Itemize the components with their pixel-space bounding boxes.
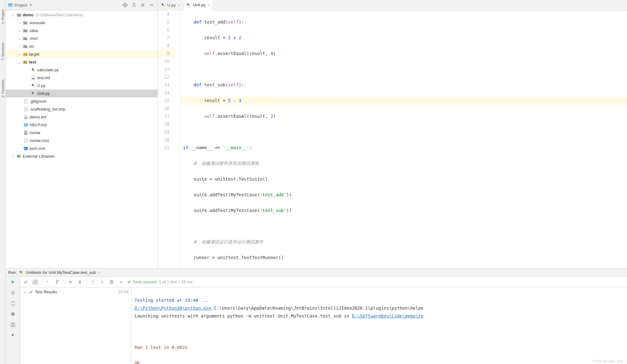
file-icon [23, 131, 28, 135]
tree-item-test[interactable]: ⌄test [6, 58, 158, 66]
run-configuration-tab[interactable]: Unittests for Unit.MyTestCase.test_sub × [19, 270, 100, 275]
svg-point-3 [125, 5, 126, 6]
rail-favorites[interactable]: 2: Favorites [1, 79, 5, 97]
tree-item-helpmd[interactable]: MHELP.md [6, 121, 158, 129]
tab-unitpy[interactable]: Unit.py × [183, 0, 213, 10]
tree-item-testiml[interactable]: test.iml [6, 74, 158, 82]
gutter-fold[interactable] [175, 10, 180, 268]
project-tree[interactable]: ⌄ demo D:\SoftwareDev\Code\demo ›.evosui… [6, 10, 158, 268]
hide-icon[interactable] [148, 2, 155, 8]
gutter[interactable]: 4▶ 5 6 7 8▶ 9 10 11 12▶ 13 14 15 16 17 1… [158, 10, 175, 268]
test-history-icon[interactable] [108, 279, 115, 285]
tab-upy[interactable]: U.py × [158, 0, 183, 10]
next-failed-icon[interactable] [99, 279, 105, 285]
tree-label: target [29, 52, 39, 57]
pin-icon[interactable] [9, 332, 16, 339]
folder-icon [23, 36, 28, 41]
check-icon [127, 280, 131, 284]
chevron-down-icon: ▼ [29, 3, 32, 7]
test-results-root[interactable]: ⌄ Test Results 15 ms [20, 287, 131, 296]
tree-item-src[interactable]: ›src [6, 42, 158, 50]
svg-point-11 [25, 62, 26, 63]
show-passed-icon[interactable] [23, 279, 29, 285]
svg-text:m: m [24, 148, 26, 150]
rail-structure[interactable]: 7: Structure [1, 43, 5, 61]
test-results-time: 15 ms [118, 290, 129, 294]
show-ignored-icon[interactable] [32, 279, 38, 285]
tree-label: .evosuite [29, 20, 45, 25]
rerun-icon[interactable] [9, 279, 16, 285]
svg-rect-9 [150, 5, 153, 5]
svg-line-46 [34, 281, 36, 283]
close-icon[interactable]: × [98, 270, 100, 275]
svg-rect-22 [24, 115, 27, 119]
locate-icon[interactable] [122, 2, 129, 8]
code-area[interactable]: def test_add(self): result = 2 + 2 self.… [180, 10, 627, 268]
tree-label: Unit.py [37, 91, 50, 96]
check-icon [29, 290, 33, 294]
prev-failed-icon[interactable] [90, 279, 96, 285]
file-icon [23, 99, 28, 104]
run-output-split: ⌄ Test Results 15 ms Testing started at … [20, 287, 627, 364]
console-link[interactable]: D:\Python\Python38\python.exe [135, 306, 211, 311]
console-output[interactable]: Testing started at 19:48 ... D:\Python\P… [131, 287, 627, 364]
svg-rect-43 [11, 323, 13, 327]
run-label: Run: [8, 270, 17, 275]
folder-icon [16, 13, 21, 17]
editor-tabs: U.py × Unit.py × [158, 0, 627, 10]
tree-root-demo[interactable]: ⌄ demo D:\SoftwareDev\Code\demo [6, 11, 158, 19]
run-body: ↓z » Tests passed: 1 of 1 test – 15 ms [6, 277, 627, 364]
tree-item-upy[interactable]: U.py [6, 82, 158, 90]
tree-label: test [29, 60, 36, 64]
editor-body[interactable]: 4▶ 5 6 7 8▶ 9 10 11 12▶ 13 14 15 16 17 1… [158, 10, 627, 268]
sort-alpha-icon[interactable]: ↓z [45, 279, 51, 285]
close-icon[interactable]: × [208, 3, 210, 7]
expand-all-icon[interactable] [67, 279, 74, 285]
svg-rect-23 [25, 117, 27, 118]
tree-item-pom[interactable]: mpom.xml [6, 144, 158, 152]
more-icon[interactable]: » [118, 279, 124, 285]
tree-item-mvn[interactable]: ›.mvn [6, 35, 158, 42]
tree-item-evosuite[interactable]: ›.evosuite [6, 19, 158, 27]
tree-item-idea[interactable]: ›.idea [6, 27, 158, 35]
sort-duration-icon[interactable] [54, 279, 61, 285]
tree-item-unitpy[interactable]: Unit.py [6, 90, 158, 97]
svg-text:M: M [25, 124, 26, 126]
tree-item-target[interactable]: ›target [6, 50, 158, 58]
main-area: Project ▼ ⌄ demo D:\SoftwareDev\Code\dem… [6, 0, 627, 364]
python-file-icon [31, 91, 36, 96]
svg-point-37 [188, 5, 190, 7]
settings-icon[interactable] [139, 2, 146, 8]
stop-icon[interactable] [9, 311, 16, 318]
run-header: Run: Unittests for Unit.MyTestCase.test_… [6, 269, 627, 277]
tree-item-mvnw[interactable]: mvnw [6, 129, 158, 137]
tree-item-gitignore[interactable]: .gitignore [6, 97, 158, 105]
tree-item-scaffolding[interactable]: .scaffolding_list.tmp [6, 105, 158, 113]
tree-item-mvnwcmd[interactable]: mvnw.cmd [6, 137, 158, 144]
tab-label: U.py [167, 3, 176, 8]
tree-label: HELP.md [30, 122, 47, 127]
tree-label: mvnw.cmd [30, 138, 49, 143]
toggle-auto-icon[interactable] [9, 300, 16, 307]
svg-rect-33 [19, 155, 20, 158]
rerun-failed-icon[interactable] [9, 289, 16, 296]
test-tree[interactable]: ⌄ Test Results 15 ms [20, 287, 131, 364]
svg-point-13 [33, 70, 35, 72]
close-icon[interactable]: × [178, 3, 180, 8]
editor-panel: U.py × Unit.py × 4▶ 5 6 7 8▶ 9 10 11 12▶… [158, 0, 627, 268]
project-title-text: Project [14, 3, 27, 8]
tree-item-demoiml[interactable]: demo.iml [6, 113, 158, 121]
tree-item-external[interactable]: ›External Libraries [6, 152, 158, 160]
tree-item-calculate[interactable]: calculate.py [6, 66, 158, 74]
rail-project[interactable]: 1: Project [1, 9, 5, 24]
project-title[interactable]: Project ▼ [8, 3, 32, 8]
svg-point-35 [163, 5, 165, 7]
layout-icon[interactable] [9, 321, 16, 328]
console-link[interactable]: D:\SoftwareDev\Code\demo\te [352, 313, 424, 318]
collapse-all-icon[interactable] [130, 2, 137, 8]
collapse-all-icon[interactable] [77, 279, 83, 285]
svg-rect-42 [11, 312, 14, 316]
run-middle: ↓z » Tests passed: 1 of 1 test – 15 ms [20, 277, 627, 364]
python-file-icon [161, 3, 165, 7]
console-line: C:\Users\Gary\AppData\Roaming\JetBrains\… [211, 306, 423, 311]
